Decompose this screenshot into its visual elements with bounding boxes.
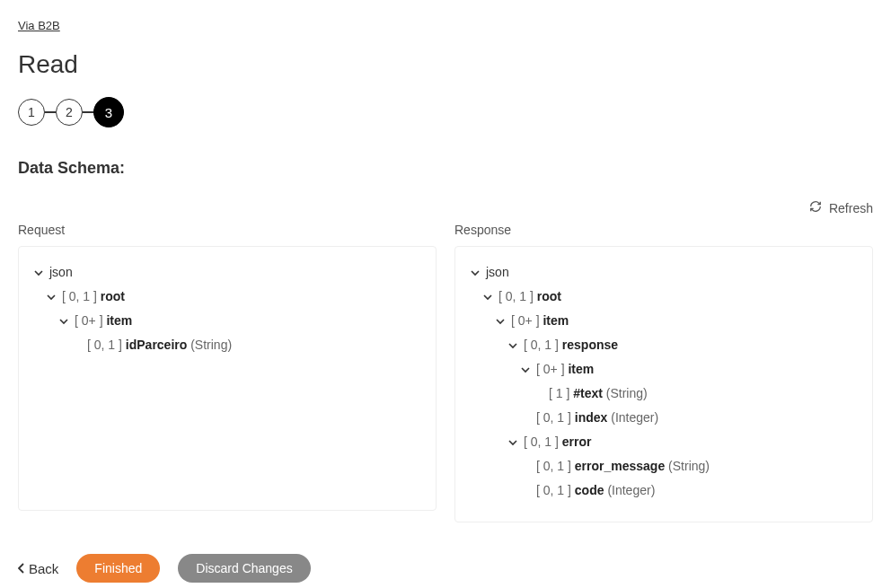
- chevron-down-icon[interactable]: [58, 317, 69, 326]
- tree-node-label: [ 0, 1 ] response: [524, 336, 618, 355]
- step-1[interactable]: 1: [18, 99, 45, 126]
- step-connector: [45, 111, 56, 113]
- back-label: Back: [29, 561, 58, 576]
- tree-node-label: [ 0+ ] item: [511, 312, 569, 330]
- chevron-down-icon[interactable]: [507, 341, 518, 350]
- tree-node: [ 0, 1 ] index (Integer): [470, 408, 858, 427]
- tree-node-label: [ 0, 1 ] code (Integer): [536, 481, 655, 500]
- step-3[interactable]: 3: [93, 97, 124, 127]
- chevron-down-icon[interactable]: [520, 365, 531, 374]
- tree-node-label: [ 1 ] #text (String): [549, 384, 648, 403]
- chevron-down-icon[interactable]: [46, 293, 57, 302]
- tree-node-label: [ 0, 1 ] root: [62, 287, 125, 306]
- tree-node[interactable]: [ 0+ ] item: [470, 360, 858, 379]
- tree-node[interactable]: json: [470, 263, 858, 282]
- tree-node-label: [ 0+ ] item: [536, 360, 594, 379]
- stepper: 123: [18, 97, 873, 127]
- tree-node[interactable]: [ 0+ ] item: [470, 312, 858, 330]
- tree-node-label: [ 0, 1 ] idParceiro (String): [87, 336, 232, 355]
- tree-node: [ 0, 1 ] code (Integer): [470, 481, 858, 500]
- tree-node-label: json: [486, 263, 509, 282]
- tree-node: [ 1 ] #text (String): [470, 384, 858, 403]
- tree-node[interactable]: [ 0, 1 ] root: [470, 287, 858, 306]
- tree-node: [ 0, 1 ] error_message (String): [470, 457, 858, 476]
- tree-node-label: [ 0, 1 ] error: [524, 433, 592, 452]
- back-button[interactable]: Back: [18, 561, 58, 576]
- chevron-down-icon[interactable]: [33, 268, 44, 277]
- tree-node[interactable]: [ 0, 1 ] root: [33, 287, 421, 306]
- tree-node[interactable]: [ 0, 1 ] error: [470, 433, 858, 452]
- discard-button[interactable]: Discard Changes: [178, 554, 310, 583]
- response-panel: json[ 0, 1 ] root[ 0+ ] item[ 0, 1 ] res…: [454, 246, 873, 522]
- step-connector: [83, 111, 93, 113]
- response-label: Response: [454, 223, 873, 237]
- tree-node[interactable]: json: [33, 263, 421, 282]
- chevron-down-icon[interactable]: [470, 268, 481, 277]
- tree-node-label: [ 0, 1 ] root: [498, 287, 561, 306]
- chevron-down-icon[interactable]: [495, 317, 506, 326]
- page-title: Read: [18, 50, 873, 79]
- tree-node-label: [ 0, 1 ] index (Integer): [536, 408, 658, 427]
- tree-node-label: json: [49, 263, 73, 282]
- tree-node: [ 0, 1 ] idParceiro (String): [33, 336, 421, 355]
- request-label: Request: [18, 223, 437, 237]
- chevron-down-icon[interactable]: [482, 293, 493, 302]
- request-panel: json[ 0, 1 ] root[ 0+ ] item[ 0, 1 ] idP…: [18, 246, 437, 511]
- tree-node-label: [ 0+ ] item: [75, 312, 132, 330]
- tree-node[interactable]: [ 0, 1 ] response: [470, 336, 858, 355]
- finished-button[interactable]: Finished: [76, 554, 160, 583]
- refresh-label: Refresh: [829, 201, 873, 215]
- breadcrumb[interactable]: Via B2B: [18, 19, 60, 32]
- section-title: Data Schema:: [18, 159, 873, 178]
- tree-node[interactable]: [ 0+ ] item: [33, 312, 421, 330]
- chevron-down-icon[interactable]: [507, 438, 518, 447]
- refresh-icon: [809, 200, 822, 215]
- refresh-button[interactable]: Refresh: [809, 200, 873, 215]
- chevron-left-icon: [18, 561, 25, 576]
- tree-node-label: [ 0, 1 ] error_message (String): [536, 457, 710, 476]
- step-2[interactable]: 2: [56, 99, 83, 126]
